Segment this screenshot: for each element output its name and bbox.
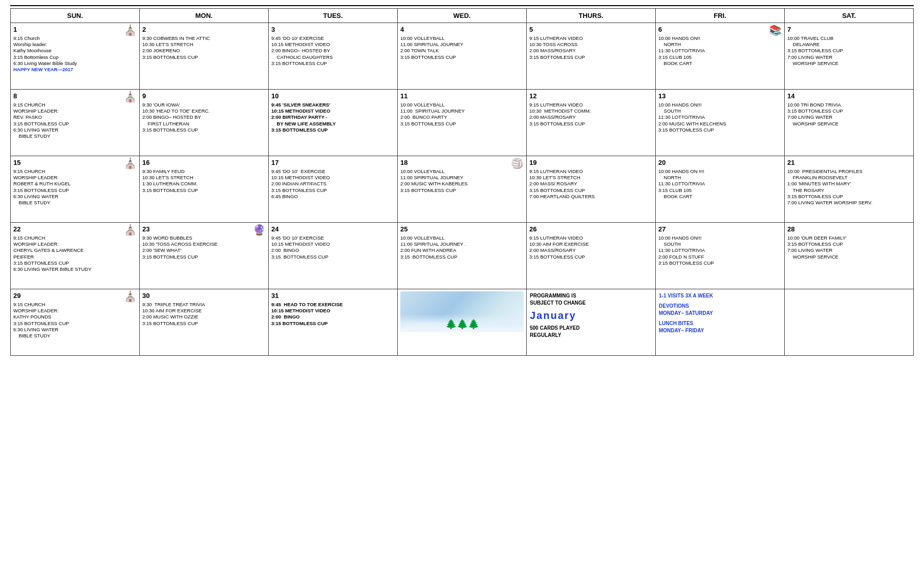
day-number: 10	[271, 92, 395, 101]
calendar-cell: 29:30 COBWEBS IN THE ATTIC 10:30 LET'S S…	[140, 23, 269, 90]
cell-events: 9:15 LUTHERAN VIDEO 10:30 TOSS ACROSS 2:…	[529, 35, 653, 60]
calendar-cell: 410:00 VOLLEYBALL 11:00 SPIRITUAL JOURNE…	[398, 23, 527, 90]
cell-events: 9:30 FAMILY FEUD 10:30 LET'S STRETCH 1:3…	[142, 168, 266, 194]
day-number: 15	[13, 158, 137, 167]
blue-info-line: MONDAY– SATURDAY	[659, 310, 781, 317]
highlight-text: HAPPY NEW YEAR—2017	[13, 67, 73, 72]
day-number: 12	[529, 92, 653, 101]
cell-events: 10:00 TRAVEL CLUB DELAWARE 3:15 BOTTOMLE…	[787, 35, 911, 67]
day-number: 13	[658, 92, 782, 101]
calendar-cell	[785, 289, 914, 356]
day-number: 29	[13, 291, 137, 301]
info-text: PROGRAMMING IS SUBJECT TO CHANGE	[530, 292, 652, 307]
cell-icon: ⛪	[124, 25, 137, 35]
day-number: 2	[142, 25, 266, 34]
day-header: WED.	[398, 9, 527, 23]
calendar-cell: 🏐1810:00 VOLLEYBALL 11:00 SPIRITUAL JOUR…	[398, 156, 527, 223]
day-number: 24	[271, 225, 395, 234]
calendar-cell: ⛪89:15 CHURCH WORSHIP LEADER: REV. PASKO…	[11, 90, 140, 156]
calendar-cell: 2010:00 HANDS ON !!!! NORTH 11:30 LOTTO/…	[656, 156, 785, 223]
cell-events: 9:45 HEAD TO TOE EXERCISE 10:15 METHODIS…	[271, 302, 395, 327]
calendar-cell: 269:15 LUTHERAN VIDEO 10:30 AIM FOR EXER…	[527, 223, 656, 289]
day-number: 25	[400, 225, 524, 234]
day-number: 30	[142, 291, 266, 301]
cell-events: 9:45 'DO 10' EXERCISE 10:15 METHODIST VI…	[271, 35, 395, 67]
cell-events: 9:15 CHURCH WORSHIP LEADER: REV. PASKO 3…	[13, 102, 137, 140]
cell-events: 9:15 CHURCH WORSHIP LEADER: CHERYL GATES…	[13, 235, 137, 273]
day-header: THURS.	[527, 9, 656, 23]
blue-info-line: MONDAY– FRIDAY	[659, 327, 781, 334]
cell-events: 10:00 VOLLEYBALL 11:00 SPIRITUAL JOURNEY…	[400, 102, 524, 127]
day-number: 23	[142, 225, 266, 234]
day-number: 20	[658, 158, 782, 167]
blue-info-line: DEVOTIONS	[659, 303, 781, 310]
calendar-cell: 169:30 FAMILY FEUD 10:30 LET'S STRETCH 1…	[140, 156, 269, 223]
blue-info-line: 1-1 VISITS 3X A WEEK	[659, 292, 781, 300]
cell-events: 9:45 'DO 10' EXERCISE 10:15 METHODIST VI…	[271, 168, 395, 200]
calendar-cell	[398, 289, 527, 356]
day-header: MON.	[140, 9, 269, 23]
calendar-cell: 249:45 'DO 10' EXERCISE 10:15 METHODIST …	[269, 223, 398, 289]
cell-icon: 🏐	[511, 158, 524, 168]
day-header: FRI.	[656, 9, 785, 23]
cell-icon: 📚	[769, 25, 782, 35]
cell-events: 9:45 'SILVER SNEAKERS' 10:15 METHODIST V…	[271, 102, 395, 134]
calendar-cell: 📚610:00 HANDS ON!! NORTH 11:30 LOTTO/TRI…	[656, 23, 785, 90]
calendar-table: SUN.MON.TUES.WED.THURS.FRI.SAT. ⛪19:15 C…	[10, 8, 914, 356]
cell-icon: ⛪	[124, 158, 137, 168]
calendar-cell: ⛪159:15 CHURCH WORSHIP LEADER: ROBERT & …	[11, 156, 140, 223]
calendar-cell: 2510:00 VOLLEYBALL 11:00 SPIRITUAL JOURN…	[398, 223, 527, 289]
day-number: 11	[400, 92, 524, 101]
calendar-cell: 179:45 'DO 10' EXERCISE 10:15 METHODIST …	[269, 156, 398, 223]
cell-events: 9:15 CHURCH WORSHIP LEADER: KATHY POUNDS…	[13, 302, 137, 339]
event-text: 9:15 Church Worship leader: Kathy Moorho…	[13, 35, 77, 66]
day-number: 31	[271, 291, 395, 301]
day-number: 21	[787, 158, 911, 167]
cell-events: 9:30 TRIPLE TREAT TRIVIA 10:30 AIM FOR E…	[142, 302, 266, 327]
cell-events: 10:00 'OUR DEER FAMILY' 3:15 BOTTOMLESS …	[787, 235, 911, 260]
day-number: 16	[142, 158, 266, 167]
day-number: 5	[529, 25, 653, 34]
cell-events: 9:15 LUTHERAN VIDEO 10:30 LET'S STRETCH …	[529, 168, 653, 200]
january-label: January	[530, 309, 652, 323]
day-number: 9	[142, 92, 266, 101]
month-title	[10, 5, 914, 6]
cell-events: 9:30 WORD BUBBLES 10:30 'TOSS ACROSS EXE…	[142, 235, 266, 260]
day-number: 14	[787, 92, 911, 101]
week-row: ⛪19:15 Church Worship leader: Kathy Moor…	[11, 23, 914, 90]
calendar-cell: 2110:00 PRESIDENTIAL PROFILES FRANKLIN R…	[785, 156, 914, 223]
calendar-cell: 2710:00 HANDS ON!!! SOUTH 11:30 LOTTO/TR…	[656, 223, 785, 289]
calendar-cell: 1410:00 TRI BOND TRIVIA 3:15 BOTTOMLESS …	[785, 90, 914, 156]
week-row: ⛪229:15 CHURCH WORSHIP LEADER: CHERYL GA…	[11, 223, 914, 289]
cell-events: 10:00 VOLLEYBALL 11:00 SPIRITUAL JOURNEY…	[400, 235, 524, 260]
day-number: 27	[658, 225, 782, 234]
calendar-cell: 99:30 'OUR IOWA' 10:30 'HEAD TO TOE' EXE…	[140, 90, 269, 156]
calendar-cell: 1110:00 VOLLEYBALL 11:00 SPIRITUAL JOURN…	[398, 90, 527, 156]
day-number: 17	[271, 158, 395, 167]
cell-events: 10:00 VOLLEYBALL 11:00 SPIRITUAL JOURNEY…	[400, 35, 524, 60]
calendar-cell: 1310:00 HANDS ON!!! SOUTH 11:30 LOTTO/TR…	[656, 90, 785, 156]
calendar-cell: 59:15 LUTHERAN VIDEO 10:30 TOSS ACROSS 2…	[527, 23, 656, 90]
calendar-cell: 129:15 LUTHERAN VIDEO 10:30 METHODIST CO…	[527, 90, 656, 156]
cell-events: 10:00 TRI BOND TRIVIA 3:15 BOTTOMLESS CU…	[787, 102, 911, 127]
page-container: SUN.MON.TUES.WED.THURS.FRI.SAT. ⛪19:15 C…	[10, 5, 914, 356]
calendar-cell: 🔮239:30 WORD BUBBLES 10:30 'TOSS ACROSS …	[140, 223, 269, 289]
day-number: 1	[13, 25, 137, 34]
extra-info: 500 CARDS PLAYED REGULARLY	[530, 325, 652, 338]
cell-events: 9:15 CHURCH WORSHIP LEADER: ROBERT & RUT…	[13, 168, 137, 206]
day-header: SAT.	[785, 9, 914, 23]
cell-icon: ⛪	[124, 225, 137, 235]
day-number: 26	[529, 225, 653, 234]
calendar-cell: ⛪229:15 CHURCH WORSHIP LEADER: CHERYL GA…	[11, 223, 140, 289]
cell-events: 9:15 LUTHERAN VIDEO 10:30 AIM FOR EXERCI…	[529, 235, 653, 260]
cell-events: 10:00 PRESIDENTIAL PROFILES FRANKLIN ROO…	[787, 168, 911, 206]
cell-icon: ⛪	[124, 291, 137, 302]
day-header: TUES.	[269, 9, 398, 23]
day-number: 22	[13, 225, 137, 234]
cell-events: 9:30 'OUR IOWA' 10:30 'HEAD TO TOE' EXER…	[142, 102, 266, 134]
cell-icon: 🔮	[253, 225, 266, 235]
calendar-cell: ⛪19:15 Church Worship leader: Kathy Moor…	[11, 23, 140, 90]
calendar-cell: 710:00 TRAVEL CLUB DELAWARE 3:15 BOTTOML…	[785, 23, 914, 90]
calendar-cell: 2810:00 'OUR DEER FAMILY' 3:15 BOTTOMLES…	[785, 223, 914, 289]
cell-events: 10:00 HANDS ON!! NORTH 11:30 LOTTO/TRIVI…	[658, 35, 782, 67]
